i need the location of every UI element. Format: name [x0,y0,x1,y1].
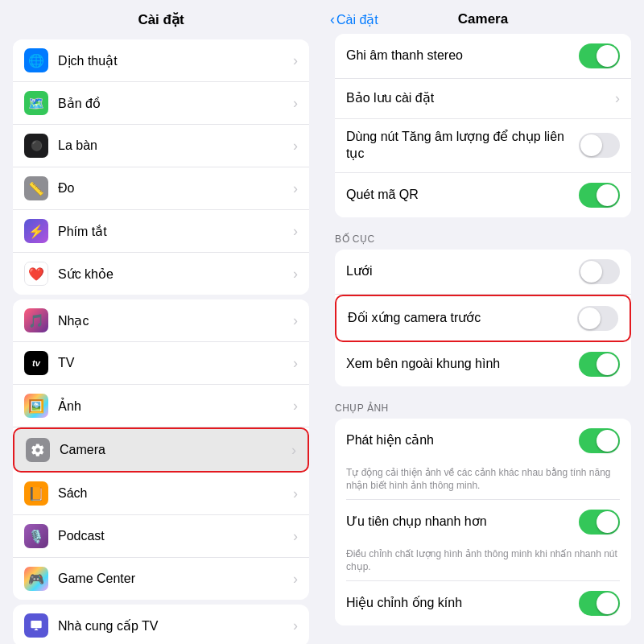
suc-khoe-label: Sức khỏe [58,266,293,282]
right-item-doi-xung: Đối xứng camera trước [335,295,631,342]
sidebar-item-camera[interactable]: Camera [13,427,309,473]
sidebar-item-ban-do[interactable]: 🗺️ Bản đồ [13,82,309,125]
luoi-toggle[interactable] [579,259,620,284]
phat-hien-canh-label: Phát hiện cảnh [346,432,579,449]
right-item-bao-luu[interactable]: Bảo lưu cài đặt [335,79,631,119]
la-ban-icon: ⚫ [24,134,48,158]
svg-rect-0 [31,621,41,628]
right-item-phat-hien-canh: Phát hiện cảnh [335,419,631,463]
sidebar-item-tv[interactable]: tv TV [13,342,309,385]
chevron-icon [291,442,296,459]
nha-cung-cap-icon [24,613,48,638]
do-icon: 📏 [24,176,48,200]
tv-icon: tv [24,351,48,375]
camera-label: Camera [60,443,291,457]
sidebar-item-suc-khoe[interactable]: ❤️ Sức khỏe [13,253,309,295]
suc-khoe-icon: ❤️ [24,262,48,286]
nhac-icon: 🎵 [24,308,48,332]
sidebar-item-anh[interactable]: 🖼️ Ảnh [13,385,309,427]
game-center-icon: 🎮 [24,567,48,591]
la-ban-label: La bàn [58,138,293,153]
section-chup-anh: CHỤP ẢNH [322,391,644,419]
sidebar-item-nhac[interactable]: 🎵 Nhạc [13,299,309,342]
chevron-icon [293,355,298,372]
right-content: Ghi âm thanh stereo Bảo lưu cài đặt Dùng… [322,34,644,644]
doi-xung-label: Đối xứng camera trước [348,310,577,327]
chevron-icon [293,617,298,634]
right-item-uu-tien: Ưu tiên chụp nhanh hơn [335,500,631,544]
bao-luu-label: Bảo lưu cài đặt [346,90,615,107]
uu-tien-note: Điều chỉnh chất lượng hình ảnh thông min… [335,544,631,581]
left-scroll: 🌐 Dịch thuật 🗺️ Bản đồ ⚫ La bàn 📏 Đo ⚡ [0,35,322,644]
sidebar-item-nha-cung-cap-tv[interactable]: Nhà cung cấp TV [13,605,309,644]
dich-thuat-icon: 🌐 [24,48,48,72]
chevron-icon [293,571,298,588]
right-header: ‹ Cài đặt Camera [322,0,644,34]
ghi-am-label: Ghi âm thanh stereo [346,47,579,64]
right-panel: ‹ Cài đặt Camera Ghi âm thanh stereo Bảo… [322,0,644,644]
chevron-icon [293,223,298,240]
chevron-icon [293,95,298,112]
right-item-ghi-am: Ghi âm thanh stereo [335,34,631,79]
right-item-luoi: Lưới [335,250,631,295]
xem-ben-ngoai-toggle[interactable] [579,352,620,377]
left-header: Cài đặt [0,0,322,35]
uu-tien-toggle[interactable] [579,510,620,535]
uu-tien-wrapper: Ưu tiên chụp nhanh hơn Điều chỉnh chất l… [335,500,631,581]
qr-toggle[interactable] [579,183,620,208]
chevron-icon [293,485,298,502]
sidebar-item-la-ban[interactable]: ⚫ La bàn [13,125,309,167]
sidebar-item-sach[interactable]: 📙 Sách [13,473,309,515]
xem-ben-ngoai-label: Xem bên ngoài khung hình [346,356,579,373]
chevron-icon [615,90,620,107]
chevron-icon [293,138,298,155]
sach-icon: 📙 [24,481,48,506]
doi-xung-toggle[interactable] [577,306,618,331]
chevron-icon [293,312,298,329]
phat-hien-canh-toggle[interactable] [579,428,620,453]
nhac-label: Nhạc [58,313,293,328]
qr-label: Quét mã QR [346,187,579,204]
do-label: Đo [58,181,293,196]
back-button[interactable]: ‹ Cài đặt [330,11,378,28]
chevron-icon [293,52,298,69]
sach-label: Sách [58,486,293,501]
settings-group-2: 🎵 Nhạc tv TV 🖼️ Ảnh [13,299,309,600]
right-item-tang-am: Dùng nút Tăng âm lượng để chụp liên tục [335,119,631,173]
tv-label: TV [58,356,293,370]
right-item-hieu-chinh: Hiệu chỉnh ống kính [335,581,631,625]
settings-group-1: 🌐 Dịch thuật 🗺️ Bản đồ ⚫ La bàn 📏 Đo ⚡ [13,39,309,295]
sidebar-item-phim-tat[interactable]: ⚡ Phím tắt [13,210,309,253]
uu-tien-label: Ưu tiên chụp nhanh hơn [346,514,579,530]
back-label: Cài đặt [336,12,378,27]
phim-tat-icon: ⚡ [24,219,48,243]
tang-am-label: Dùng nút Tăng âm lượng để chụp liên tục [346,129,579,163]
podcast-label: Podcast [58,529,293,543]
chevron-icon [293,266,298,283]
hieu-chinh-toggle[interactable] [579,591,620,616]
right-item-xem-ben-ngoai: Xem bên ngoài khung hình [335,342,631,386]
settings-group-3: Nhà cung cấp TV [13,605,309,644]
right-item-qr: Quét mã QR [335,173,631,217]
phat-hien-canh-wrapper: Phát hiện cảnh Tự động cải thiện ảnh về … [335,419,631,500]
sidebar-item-game-center[interactable]: 🎮 Game Center [13,558,309,600]
section-bo-cuc: BỐ CỤC [322,222,644,250]
tang-am-toggle[interactable] [579,133,620,158]
nha-cung-cap-label: Nhà cung cấp TV [58,618,293,634]
ghi-am-toggle[interactable] [579,43,620,68]
chevron-icon [293,528,298,545]
camera-settings-title: Camera [458,11,508,27]
phim-tat-label: Phím tắt [58,224,293,239]
sidebar-item-podcast[interactable]: 🎙️ Podcast [13,515,309,558]
phat-hien-canh-note: Tự động cải thiện ảnh về các cảnh khác n… [335,463,631,500]
luoi-label: Lưới [346,263,579,280]
camera-group-3: Phát hiện cảnh Tự động cải thiện ảnh về … [335,419,631,625]
ban-do-label: Bản đồ [58,96,293,111]
camera-group-2: Lưới Đối xứng camera trước Xem bên ngoài… [335,250,631,386]
left-panel: Cài đặt 🌐 Dịch thuật 🗺️ Bản đồ ⚫ La bàn … [0,0,322,644]
podcast-icon: 🎙️ [24,524,48,548]
chevron-icon [293,398,298,415]
hieu-chinh-label: Hiệu chỉnh ống kính [346,595,579,612]
sidebar-item-do[interactable]: 📏 Đo [13,167,309,210]
sidebar-item-dich-thuat[interactable]: 🌐 Dịch thuật [13,39,309,82]
